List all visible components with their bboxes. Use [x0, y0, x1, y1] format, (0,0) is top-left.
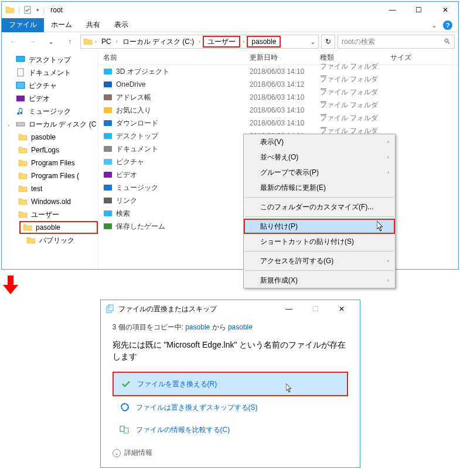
- tree-windowsold[interactable]: Windows.old: [2, 195, 98, 208]
- minimize-button[interactable]: —: [379, 2, 406, 18]
- from-link[interactable]: pasoble: [185, 323, 210, 331]
- file-date: 2018/06/03 14:10: [245, 119, 315, 127]
- ctx-view[interactable]: 表示(V)›: [244, 134, 395, 149]
- ctx-customize[interactable]: このフォルダーのカスタマイズ(F)...: [244, 199, 395, 215]
- label: デスクトップ: [29, 55, 71, 65]
- collapse-icon[interactable]: ⌄: [6, 121, 12, 127]
- list-row[interactable]: OneDrive2018/06/03 14:12ファイル フォルダー: [98, 78, 458, 91]
- replace-dialog: ファイルの置換またはスキップ — ☐ ✕ 3 個の項目をコピー中: pasobl…: [100, 300, 360, 468]
- list-row[interactable]: ダウンロード2018/06/03 14:10ファイル フォルダー: [98, 117, 458, 130]
- file-tab[interactable]: ファイル: [2, 18, 44, 32]
- crumb-pc[interactable]: PC: [99, 36, 114, 47]
- label: ローカル ディスク (C: [29, 120, 96, 130]
- crumb-drive[interactable]: ローカル ディスク (C:): [120, 36, 197, 47]
- refresh-button[interactable]: ↻: [321, 35, 335, 49]
- chevron-down-icon[interactable]: ▾: [36, 7, 39, 13]
- address-dropdown-icon[interactable]: ⌄: [310, 38, 316, 46]
- replace-option[interactable]: ファイルを置き換える(R): [113, 372, 348, 396]
- col-name[interactable]: 名前: [98, 53, 245, 63]
- maximize-button[interactable]: ☐: [406, 2, 432, 18]
- tree-public[interactable]: パブリック: [2, 234, 98, 247]
- label: 並べ替え(O): [260, 152, 298, 162]
- chevron-right-icon[interactable]: ›: [241, 39, 246, 45]
- ctx-sort[interactable]: 並べ替え(O)›: [244, 149, 395, 165]
- back-button[interactable]: ←: [5, 35, 22, 49]
- file-list: 名前 更新日時 種類 サイズ 3D オブジェクト2018/06/03 14:10…: [98, 51, 458, 269]
- tree-perflogs[interactable]: PerfLogs: [2, 144, 98, 157]
- tree-users[interactable]: ユーザー: [2, 208, 98, 221]
- ctx-paste-shortcut[interactable]: ショートカットの貼り付け(S): [244, 234, 395, 249]
- tree-pictures[interactable]: ピクチャ: [2, 79, 98, 92]
- home-tab[interactable]: ホーム: [44, 18, 79, 32]
- ribbon-expand-icon[interactable]: ⌄: [431, 21, 437, 29]
- tree-localdisk[interactable]: ⌄ローカル ディスク (C: [2, 118, 98, 131]
- tree-desktop[interactable]: デスクトップ: [2, 53, 98, 66]
- view-tab[interactable]: 表示: [107, 18, 135, 32]
- folder-icon: [103, 209, 113, 218]
- video-icon: [16, 94, 25, 103]
- folder-icon: [26, 236, 36, 245]
- tree-programfilesx[interactable]: Program Files (: [2, 169, 98, 182]
- list-row[interactable]: 3D オブジェクト2018/06/03 14:10ファイル フォルダー: [98, 65, 458, 78]
- tree-music[interactable]: ミュージック: [2, 105, 98, 118]
- folder-icon: [83, 37, 93, 46]
- folder-icon: [103, 106, 113, 115]
- col-size[interactable]: サイズ: [386, 53, 458, 63]
- tree-programfiles[interactable]: Program Files: [2, 157, 98, 169]
- label: ビデオ: [29, 94, 50, 104]
- titlebar: | ▾ | root — ☐ ✕: [2, 2, 458, 18]
- svg-rect-1: [16, 56, 25, 62]
- list-row[interactable]: お気に入り2018/06/03 14:10ファイル フォルダー: [98, 104, 458, 117]
- share-tab[interactable]: 共有: [79, 18, 107, 32]
- svg-rect-3: [16, 82, 25, 89]
- details-toggle[interactable]: ⌄ 詳細情報: [113, 448, 348, 458]
- folder-icon: [103, 196, 113, 205]
- search-input[interactable]: rootの検索 🔍︎: [338, 35, 455, 49]
- compare-icon: [120, 424, 130, 435]
- label: このフォルダーのカスタマイズ(F)...: [260, 202, 373, 212]
- forward-button[interactable]: →: [24, 35, 40, 49]
- tree-videos[interactable]: ビデオ: [2, 92, 98, 105]
- chevron-right-icon[interactable]: ›: [115, 39, 119, 45]
- document-icon: [16, 68, 25, 77]
- svg-rect-6: [104, 69, 112, 74]
- crumb-pasoble[interactable]: pasoble: [247, 36, 281, 47]
- help-icon[interactable]: ?: [443, 21, 452, 30]
- file-name: リンク: [116, 196, 137, 206]
- label: PerfLogs: [31, 146, 59, 154]
- list-row[interactable]: アドレス帳2018/06/03 14:10ファイル フォルダー: [98, 91, 458, 104]
- chevron-right-icon[interactable]: ›: [94, 39, 98, 45]
- tree-documents[interactable]: ドキュメント: [2, 66, 98, 79]
- chevron-right-icon[interactable]: ›: [197, 39, 202, 45]
- label: Windows.old: [31, 198, 71, 206]
- checked-file-icon[interactable]: [23, 5, 33, 15]
- skip-option[interactable]: ファイルは置き換えずスキップする(S): [113, 396, 348, 419]
- ctx-group[interactable]: グループで表示(P)›: [244, 165, 395, 180]
- ctx-paste[interactable]: 貼り付け(P): [244, 219, 395, 234]
- crumb-users[interactable]: ユーザー: [203, 36, 240, 47]
- tree-test[interactable]: test: [2, 182, 98, 195]
- address-bar[interactable]: › PC › ローカル ディスク (C:) › ユーザー › pasoble ⌄: [80, 35, 319, 49]
- tree-pasoble[interactable]: pasoble: [2, 131, 98, 144]
- col-date[interactable]: 更新日時: [245, 53, 315, 63]
- search-icon[interactable]: 🔍︎: [444, 38, 451, 46]
- to-link[interactable]: pasoble: [228, 323, 253, 331]
- folder-icon: [18, 132, 28, 142]
- minimize-button[interactable]: —: [276, 301, 302, 317]
- svg-rect-8: [104, 94, 112, 100]
- maximize-button[interactable]: ☐: [302, 301, 329, 317]
- history-dropdown[interactable]: ⌄: [43, 35, 59, 49]
- tree-pasoble-highlighted[interactable]: pasoble: [19, 221, 98, 234]
- close-button[interactable]: ✕: [432, 2, 458, 18]
- folder-icon: [103, 170, 113, 179]
- compare-option[interactable]: ファイルの情報を比較する(C): [113, 419, 348, 441]
- chevron-right-icon: ›: [387, 169, 389, 175]
- up-button[interactable]: ↑: [62, 35, 78, 49]
- copying-status: 3 個の項目をコピー中: pasoble から pasoble: [113, 322, 348, 332]
- ctx-refresh[interactable]: 最新の情報に更新(E): [244, 180, 395, 195]
- close-button[interactable]: ✕: [329, 301, 355, 317]
- folder-icon: [23, 223, 32, 232]
- ctx-new[interactable]: 新規作成(X)›: [244, 273, 395, 288]
- ctx-access[interactable]: アクセスを許可する(G)›: [244, 253, 395, 268]
- down-arrow-icon: [0, 274, 21, 295]
